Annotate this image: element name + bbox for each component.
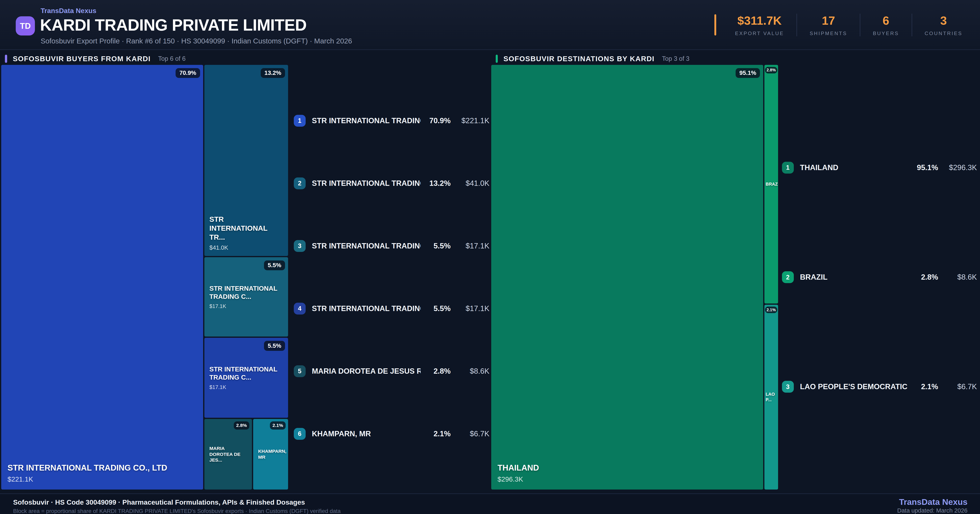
kpi-value: $311.7K <box>735 14 784 27</box>
app-logo: TD <box>16 16 35 36</box>
list-name: BRAZIL <box>800 273 908 281</box>
list-value: $221.1K <box>450 116 489 125</box>
rank-badge: 2 <box>294 178 305 189</box>
block-name: STR INTERNATIONAL TRADING C... <box>209 284 283 301</box>
panel-accent-bar <box>496 55 498 63</box>
list-value: $41.0K <box>450 179 489 188</box>
kpi-label: EXPORT VALUE <box>735 30 784 36</box>
list-item[interactable]: 1 STR INTERNATIONAL TRADING ... 70.9% $2… <box>294 114 489 127</box>
list-name: STR INTERNATIONAL TRADING ... <box>312 242 421 250</box>
list-percent: 5.5% <box>421 242 450 250</box>
percent-badge: 5.5% <box>264 341 285 351</box>
list-item[interactable]: 6 KHAMPARN, MR 2.1% $6.7K <box>294 427 489 441</box>
list-item[interactable]: 2 STR INTERNATIONAL TRADING ... 13.2% $4… <box>294 176 489 190</box>
buyers-treemap: 70.9% STR INTERNATIONAL TRADING CO., LTD… <box>1 65 288 490</box>
list-percent: 2.8% <box>908 273 938 281</box>
footer: Sofosbuvir · HS Code 30049099 · Pharmace… <box>0 493 980 514</box>
list-value: $17.1K <box>450 304 489 313</box>
panel-title: SOFOSBUVIR DESTINATIONS BY KARDI <box>503 55 655 63</box>
block-name: BRAZIL <box>765 181 777 187</box>
block-name: KHAMPARN, MR <box>258 448 283 460</box>
percent-badge: 5.5% <box>264 260 285 270</box>
page-subtitle: Sofosbuvir Export Profile · Rank #6 of 1… <box>41 37 352 45</box>
page-title: KARDI TRADING PRIVATE LIMITED <box>40 16 307 35</box>
block-value: $296.3K <box>498 476 757 483</box>
kpi-shipments: 17 SHIPMENTS <box>797 14 860 36</box>
list-name: KHAMPARN, MR <box>312 430 421 438</box>
list-value: $8.6K <box>450 367 489 376</box>
panel-note: Top 3 of 3 <box>662 55 689 62</box>
panel-accent-bar <box>5 55 7 63</box>
block-value: $221.1K <box>8 476 197 483</box>
rank-badge: 3 <box>782 381 794 393</box>
list-value: $296.3K <box>938 163 977 172</box>
block-value: $17.1K <box>209 303 283 309</box>
kpi-value: 3 <box>925 14 963 27</box>
brand-name: TransData Nexus <box>41 7 96 15</box>
block-value: $17.1K <box>209 384 283 390</box>
list-item[interactable]: 3 STR INTERNATIONAL TRADING ... 5.5% $17… <box>294 239 489 253</box>
block-name: STR INTERNATIONAL TRADING CO., LTD <box>8 463 197 473</box>
destinations-treemap: 95.1% THAILAND $296.3K 2.8% BRAZIL 2.1% … <box>491 65 778 490</box>
kpi-label: SHIPMENTS <box>810 30 847 36</box>
list-percent: 95.1% <box>908 163 938 172</box>
panel-note: Top 6 of 6 <box>158 55 186 62</box>
list-value: $6.7K <box>938 382 977 391</box>
block-name: MARIA DOROTEA DE JES... <box>209 446 247 463</box>
list-name: STR INTERNATIONAL TRADING ... <box>312 179 421 188</box>
treemap-block-destination-2[interactable]: 2.8% BRAZIL <box>764 65 778 303</box>
kpi-accent-bar <box>714 14 716 35</box>
rank-badge: 4 <box>294 303 305 314</box>
treemap-block-buyer-4[interactable]: 5.5% STR INTERNATIONAL TRADING C... $17.… <box>204 338 288 418</box>
list-item[interactable]: 2 BRAZIL 2.8% $8.6K <box>782 270 977 284</box>
footer-updated: Data updated: March 2026 <box>897 507 967 514</box>
panel-title: SOFOSBUVIR BUYERS FROM KARDI <box>13 55 151 63</box>
treemap-block-destination-1[interactable]: 95.1% THAILAND $296.3K <box>491 65 763 490</box>
list-percent: 2.1% <box>908 382 938 391</box>
destinations-panel-header: SOFOSBUVIR DESTINATIONS BY KARDI Top 3 o… <box>496 54 689 63</box>
list-percent: 2.8% <box>421 367 450 376</box>
list-name: STR INTERNATIONAL TRADING ... <box>312 116 421 125</box>
treemap-block-buyer-3[interactable]: 5.5% STR INTERNATIONAL TRADING C... $17.… <box>204 257 288 336</box>
percent-badge: 70.9% <box>176 68 200 78</box>
list-percent: 70.9% <box>421 116 450 125</box>
rank-badge: 2 <box>782 271 794 283</box>
dashboard: TD TransData Nexus KARDI TRADING PRIVATE… <box>0 0 980 514</box>
percent-badge: 95.1% <box>736 68 760 78</box>
treemap-block-buyer-2[interactable]: 13.2% STR INTERNATIONAL TR... $41.0K <box>204 65 288 256</box>
list-value: $8.6K <box>938 273 977 281</box>
list-name: LAO PEOPLE'S DEMOCRATIC REPUBLIC <box>800 382 908 391</box>
footer-methodology-note: Block area = proportional share of KARDI… <box>13 508 340 514</box>
header: TD TransData Nexus KARDI TRADING PRIVATE… <box>0 0 980 50</box>
list-percent: 13.2% <box>421 179 450 188</box>
kpi-buyers: 6 BUYERS <box>860 14 912 36</box>
percent-badge: 2.1% <box>765 306 778 313</box>
treemap-block-buyer-5[interactable]: 2.8% MARIA DOROTEA DE JES... <box>204 419 252 490</box>
kpi-label: COUNTRIES <box>925 30 963 36</box>
list-item[interactable]: 4 STR INTERNATIONAL TRADING ... 5.5% $17… <box>294 301 489 315</box>
list-item[interactable]: 3 LAO PEOPLE'S DEMOCRATIC REPUBLIC 2.1% … <box>782 380 977 393</box>
buyers-list: 1 STR INTERNATIONAL TRADING ... 70.9% $2… <box>294 65 489 490</box>
block-name: LAO P... <box>765 392 777 403</box>
rank-badge: 6 <box>294 428 305 440</box>
percent-badge: 13.2% <box>261 68 285 78</box>
percent-badge: 2.8% <box>765 67 778 73</box>
buyers-panel-header: SOFOSBUVIR BUYERS FROM KARDI Top 6 of 6 <box>5 54 186 63</box>
treemap-block-destination-3[interactable]: 2.1% LAO P... <box>764 305 778 490</box>
kpi-countries: 3 COUNTRIES <box>912 14 975 36</box>
rank-badge: 1 <box>294 115 305 127</box>
block-value: $41.0K <box>209 244 283 251</box>
treemap-block-buyer-6[interactable]: 2.1% KHAMPARN, MR <box>253 419 288 490</box>
kpi-value: 17 <box>810 14 847 27</box>
list-item[interactable]: 5 MARIA DOROTEA DE JESUS RIB... 2.8% $8.… <box>294 364 489 378</box>
list-percent: 2.1% <box>421 430 450 438</box>
treemap-block-buyer-1[interactable]: 70.9% STR INTERNATIONAL TRADING CO., LTD… <box>1 65 203 490</box>
list-item[interactable]: 1 THAILAND 95.1% $296.3K <box>782 161 977 175</box>
kpi-strip: $311.7K EXPORT VALUE 17 SHIPMENTS 6 BUYE… <box>714 0 975 50</box>
list-percent: 5.5% <box>421 304 450 313</box>
list-name: THAILAND <box>800 163 908 172</box>
percent-badge: 2.1% <box>270 421 286 429</box>
footer-brand: TransData Nexus <box>899 497 967 507</box>
footer-product-line: Sofosbuvir · HS Code 30049099 · Pharmace… <box>13 498 305 506</box>
kpi-value: 6 <box>873 14 899 27</box>
